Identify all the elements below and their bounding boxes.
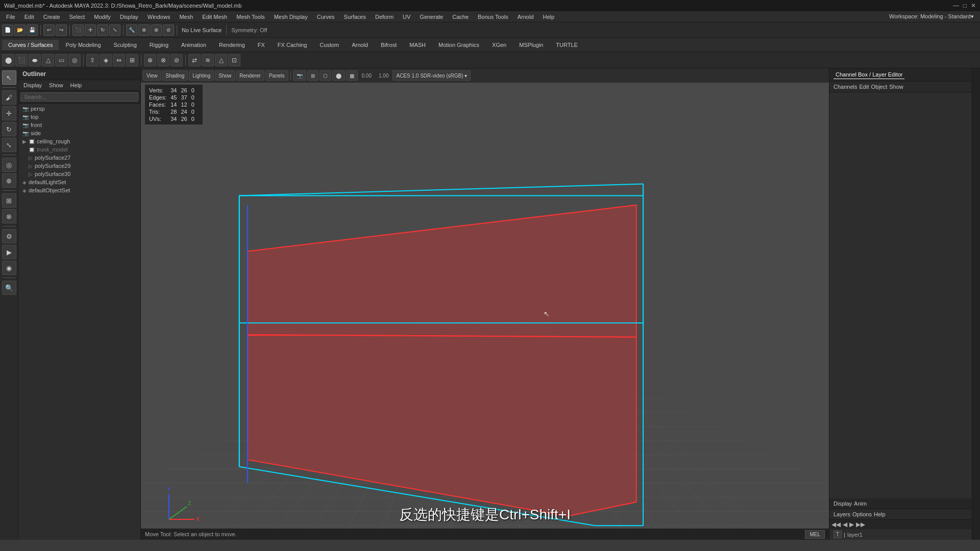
tab-bifrost[interactable]: Bifrost bbox=[375, 40, 403, 50]
layer-nav-forward[interactable]: ▶ bbox=[849, 521, 854, 528]
options-menu[interactable]: Options bbox=[852, 511, 872, 517]
undo-button[interactable]: ↩ bbox=[43, 24, 55, 36]
outliner-menu-help[interactable]: Help bbox=[67, 81, 85, 89]
separate-button[interactable]: ⊗ bbox=[157, 54, 169, 66]
tree-item-trunk-model[interactable]: 🔲 trunk_model bbox=[24, 145, 140, 154]
show-manipulator-tool[interactable]: ⊞ bbox=[2, 193, 16, 208]
layer-nav-forward-forward[interactable]: ▶▶ bbox=[856, 521, 865, 528]
channels-label[interactable]: Channels bbox=[834, 84, 857, 90]
menu-arnold[interactable]: Arnold bbox=[513, 13, 538, 21]
lighting-menu-button[interactable]: Lighting bbox=[189, 70, 214, 81]
tab-arnold[interactable]: Arnold bbox=[346, 40, 374, 50]
poly-plane-button[interactable]: ▭ bbox=[55, 54, 67, 66]
scale-tool[interactable]: ⤡ bbox=[2, 138, 16, 152]
menu-create[interactable]: Create bbox=[39, 13, 64, 21]
menu-windows[interactable]: Windows bbox=[143, 13, 175, 21]
maximize-button[interactable]: □ bbox=[963, 2, 967, 9]
new-scene-button[interactable]: 📄 bbox=[2, 24, 13, 36]
scale-button[interactable]: ⤡ bbox=[109, 24, 120, 36]
tab-turtle[interactable]: TURTLE bbox=[550, 40, 584, 50]
menu-cache[interactable]: Cache bbox=[448, 13, 473, 21]
snap4-button[interactable]: ⊘ bbox=[163, 24, 174, 36]
panels-menu-button[interactable]: Panels bbox=[265, 70, 288, 81]
last-tool[interactable]: ⊗ bbox=[2, 209, 16, 223]
snap-button[interactable]: 🔧 bbox=[126, 24, 137, 36]
workspace-label[interactable]: Workspace: Modeling - Standard▾ bbox=[885, 12, 978, 21]
poly-cone-button[interactable]: △ bbox=[42, 54, 54, 66]
move-tool[interactable]: ✛ bbox=[2, 106, 16, 120]
outliner-menu-display[interactable]: Display bbox=[20, 81, 45, 89]
tab-motion-graphics[interactable]: Motion Graphics bbox=[432, 40, 485, 50]
show-label[interactable]: Show bbox=[889, 84, 903, 90]
poly-cube-button[interactable]: ⬛ bbox=[15, 54, 28, 66]
layer-nav-back[interactable]: ◀ bbox=[843, 521, 847, 528]
menu-mesh[interactable]: Mesh bbox=[175, 13, 197, 21]
tab-animation[interactable]: Animation bbox=[175, 40, 212, 50]
display-tab[interactable]: Display bbox=[834, 500, 852, 507]
grid-button[interactable]: ⊞ bbox=[307, 70, 318, 81]
extrude-button[interactable]: ⇪ bbox=[86, 54, 99, 66]
color-space-button[interactable]: ACES 1.0 SDR-video (sRGB) ▾ bbox=[393, 70, 471, 81]
attribute-tool[interactable]: ⚙ bbox=[2, 229, 16, 243]
menu-select[interactable]: Select bbox=[65, 13, 89, 21]
combine-button[interactable]: ⊕ bbox=[144, 54, 156, 66]
menu-edit-mesh[interactable]: Edit Mesh bbox=[198, 13, 231, 21]
rotate-button[interactable]: ↻ bbox=[97, 24, 108, 36]
tab-custom[interactable]: Custom bbox=[313, 40, 345, 50]
menu-uv[interactable]: UV bbox=[399, 13, 414, 21]
menu-modify[interactable]: Modify bbox=[90, 13, 114, 21]
anim-tab[interactable]: Anim bbox=[854, 500, 867, 507]
menu-edit[interactable]: Edit bbox=[20, 13, 38, 21]
tree-item-top[interactable]: 📷 top bbox=[18, 113, 140, 121]
renderer-menu-button[interactable]: Renderer bbox=[236, 70, 264, 81]
wireframe-button[interactable]: ⬡ bbox=[320, 70, 331, 81]
tab-rendering[interactable]: Rendering bbox=[213, 40, 251, 50]
view-menu-button[interactable]: View bbox=[143, 70, 161, 81]
mirror-button[interactable]: ⇄ bbox=[188, 54, 201, 66]
poly-sphere-button[interactable]: ⬤ bbox=[2, 54, 14, 66]
tab-poly-modeling[interactable]: Poly Modeling bbox=[59, 40, 107, 50]
tree-item-default-object-set[interactable]: ◈ defaultObjectSet bbox=[18, 186, 140, 194]
quad-button[interactable]: ⊡ bbox=[228, 54, 240, 66]
no-live-surface-label[interactable]: No Live Surface bbox=[180, 27, 224, 33]
minimize-button[interactable]: — bbox=[953, 2, 959, 9]
tree-item-default-light-set[interactable]: ◈ defaultLightSet bbox=[18, 178, 140, 186]
viewport-canvas[interactable] bbox=[141, 68, 829, 540]
boolean-button[interactable]: ⊘ bbox=[170, 54, 183, 66]
triangulate-button[interactable]: △ bbox=[215, 54, 227, 66]
help-menu[interactable]: Help bbox=[874, 511, 886, 517]
channel-box-tab[interactable]: Channel Box / Layer Editor bbox=[834, 70, 904, 79]
menu-help[interactable]: Help bbox=[539, 13, 559, 21]
mel-button[interactable]: MEL bbox=[805, 530, 825, 539]
select-button[interactable]: ⬛ bbox=[72, 24, 84, 36]
tab-fx[interactable]: FX bbox=[252, 40, 271, 50]
tab-msplugin[interactable]: MSPlugin bbox=[513, 40, 549, 50]
move-button[interactable]: ✛ bbox=[85, 24, 96, 36]
tree-item-side[interactable]: 📷 side bbox=[18, 129, 140, 137]
poly-cyl-button[interactable]: ⬬ bbox=[29, 54, 41, 66]
poly-torus-button[interactable]: ◎ bbox=[68, 54, 81, 66]
show-menu-button[interactable]: Show bbox=[215, 70, 235, 81]
search-input[interactable] bbox=[20, 92, 138, 102]
quick-select-tool[interactable]: ◉ bbox=[2, 261, 16, 275]
edit-label[interactable]: Edit bbox=[859, 84, 869, 90]
menu-display[interactable]: Display bbox=[116, 13, 142, 21]
tab-curves-surfaces[interactable]: Curves / Surfaces bbox=[2, 40, 59, 50]
fill-hole-button[interactable]: ⊞ bbox=[126, 54, 138, 66]
zoom-tool[interactable]: 🔍 bbox=[2, 281, 16, 295]
tree-item-ceiling-rough[interactable]: ▶ 🔲 ceiling_rough bbox=[18, 137, 140, 145]
open-scene-button[interactable]: 📂 bbox=[14, 24, 26, 36]
paint-tool[interactable]: 🖌 bbox=[2, 90, 16, 105]
close-button[interactable]: ✕ bbox=[971, 2, 976, 9]
tree-item-persp[interactable]: 📷 persp bbox=[18, 105, 140, 113]
select-tool[interactable]: ↖ bbox=[2, 70, 16, 85]
save-scene-button[interactable]: 💾 bbox=[27, 24, 38, 36]
tree-item-polysurface30[interactable]: ▷ polySurface30 bbox=[24, 170, 140, 178]
outliner-menu-show[interactable]: Show bbox=[46, 81, 66, 89]
snap2-button[interactable]: ⊕ bbox=[138, 24, 150, 36]
tab-xgen[interactable]: XGen bbox=[486, 40, 512, 50]
menu-file[interactable]: File bbox=[2, 13, 19, 21]
redo-button[interactable]: ↪ bbox=[56, 24, 67, 36]
menu-mesh-tools[interactable]: Mesh Tools bbox=[232, 13, 268, 21]
menu-mesh-display[interactable]: Mesh Display bbox=[270, 13, 312, 21]
